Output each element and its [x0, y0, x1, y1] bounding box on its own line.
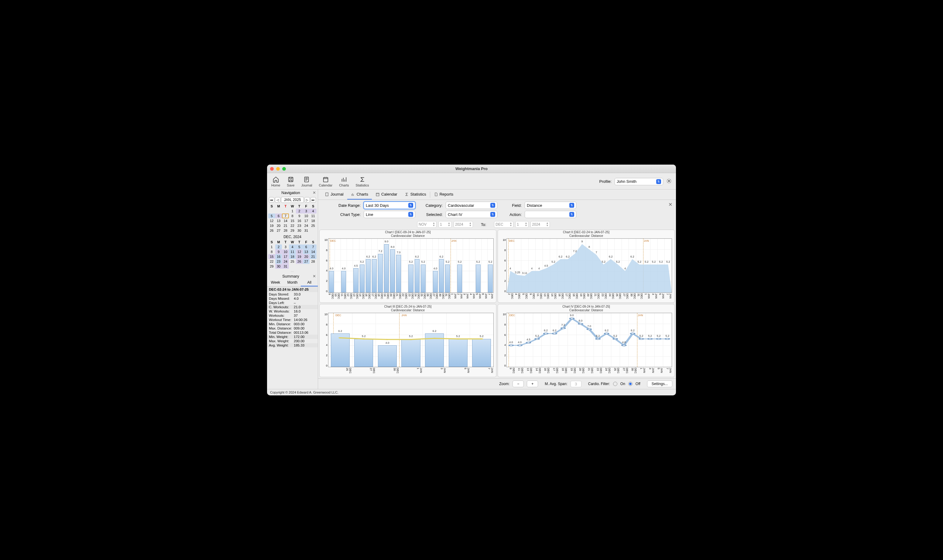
to-month-stepper[interactable]: DEC▲▼	[494, 221, 513, 228]
calendar-day[interactable]: 10	[303, 214, 310, 218]
calendar-day[interactable]: 3	[303, 209, 310, 214]
calendar-day[interactable]: 18	[289, 254, 296, 259]
calendar-day[interactable]: 23	[275, 259, 282, 264]
calendar-day[interactable]: 17	[303, 218, 310, 223]
zoom-in-button[interactable]: +	[527, 380, 538, 387]
date-range-select[interactable]: Last 30 Days⇅	[364, 202, 415, 209]
calendar-day[interactable]: 25	[289, 259, 296, 264]
close-navigation[interactable]: ✕	[313, 191, 316, 195]
calendar-day[interactable]: 24	[282, 259, 289, 264]
nav-next[interactable]: ▷	[304, 197, 310, 203]
calendar-day[interactable]: 21	[282, 223, 289, 228]
calendar-day[interactable]: 15	[289, 218, 296, 223]
to-year-stepper[interactable]: 2024▲▼	[530, 221, 550, 228]
calendar-day[interactable]: 14	[310, 249, 317, 254]
from-year-stepper[interactable]: 2024▲▼	[454, 221, 473, 228]
summary-tab-month[interactable]: Month	[284, 279, 301, 286]
tab-reports[interactable]: Reports	[430, 189, 457, 200]
calendar-day[interactable]: 23	[296, 223, 303, 228]
calendar-day[interactable]: 16	[296, 218, 303, 223]
calendar-day[interactable]: 2	[275, 245, 282, 249]
close-summary[interactable]: ✕	[313, 274, 316, 278]
calendar-day[interactable]: 10	[282, 249, 289, 254]
calendar-day[interactable]: 8	[289, 214, 296, 218]
maximize-window[interactable]	[282, 167, 286, 171]
action-select[interactable]: ⇅	[525, 211, 576, 218]
calendar-day[interactable]: 4	[289, 245, 296, 249]
calendar-day[interactable]: 25	[310, 223, 317, 228]
tab-statistics[interactable]: Statistics	[401, 189, 430, 200]
calendar-day[interactable]: 13	[275, 218, 282, 223]
close-filters[interactable]: ✕	[668, 202, 672, 208]
category-select[interactable]: Cardiovascular⇅	[446, 202, 497, 209]
calendar-day[interactable]: 28	[310, 259, 317, 264]
to-day-stepper[interactable]: 1▲▼	[515, 221, 529, 228]
calendar-day[interactable]: 8	[268, 249, 275, 254]
calendar-day[interactable]: 4	[310, 209, 317, 214]
chart1[interactable]: Chart I [DEC-09-24 to JAN-07-25]Cardiova…	[319, 229, 496, 303]
selected-chart-select[interactable]: Chart IV⇅	[446, 211, 497, 218]
summary-tab-week[interactable]: Week	[267, 279, 284, 286]
calendar-day[interactable]: 29	[268, 264, 275, 269]
calendar-day[interactable]: 24	[303, 223, 310, 228]
statistics-button[interactable]: Statistics	[356, 176, 369, 187]
calendar-day[interactable]: 30	[275, 264, 282, 269]
summary-tab-all[interactable]: All	[301, 279, 318, 286]
calendar-day[interactable]: 27	[303, 259, 310, 264]
calendar-day[interactable]: 17	[282, 254, 289, 259]
calendar-day[interactable]: 30	[296, 228, 303, 233]
calendar-day[interactable]: 21	[310, 254, 317, 259]
journal-button[interactable]: Journal	[301, 176, 312, 187]
chart2[interactable]: Chart II [DEC-02-24 to JAN-07-25]Cardiov…	[498, 229, 675, 303]
calendar-day[interactable]: 19	[296, 254, 303, 259]
calendar-day[interactable]: 16	[275, 254, 282, 259]
tab-journal[interactable]: Journal	[321, 189, 347, 200]
calendar-day[interactable]: 22	[289, 223, 296, 228]
calendar-day[interactable]: 26	[268, 228, 275, 233]
save-button[interactable]: Save	[287, 176, 294, 187]
calendar-button[interactable]: Calendar	[319, 176, 333, 187]
calendar-day[interactable]: 20	[275, 223, 282, 228]
calendar-day[interactable]: 11	[289, 249, 296, 254]
calendar-day[interactable]: 5	[296, 245, 303, 249]
nav-month[interactable]: JAN, 2025	[281, 197, 304, 203]
calendar-day[interactable]: 28	[282, 228, 289, 233]
settings-gear-button[interactable]	[666, 178, 672, 185]
calendar-day[interactable]: 12	[268, 218, 275, 223]
calendar-day[interactable]: 26	[296, 259, 303, 264]
chart4[interactable]: Chart IV [DEC-09-24 to JAN-07-25]Cardiov…	[498, 304, 675, 377]
calendar-day[interactable]: 18	[310, 218, 317, 223]
cardio-filter-off-radio[interactable]	[628, 382, 633, 386]
nav-prev[interactable]: ◁	[275, 197, 280, 203]
calendar-day[interactable]: 19	[268, 223, 275, 228]
field-select[interactable]: Distance⇅	[525, 202, 576, 209]
calendar-day[interactable]: 1	[289, 209, 296, 214]
calendar-day[interactable]: 9	[275, 249, 282, 254]
mavg-span-input[interactable]	[570, 381, 581, 387]
cardio-filter-on-radio[interactable]	[613, 382, 617, 386]
minimize-window[interactable]	[276, 167, 280, 171]
chart-settings-button[interactable]: Settings...	[647, 380, 672, 387]
calendar-day[interactable]: 15	[268, 254, 275, 259]
from-month-stepper[interactable]: NOV▲▼	[417, 221, 436, 228]
nav-last[interactable]: ⏭	[310, 197, 316, 203]
chart-type-select[interactable]: Line⇅	[364, 211, 415, 218]
from-day-stepper[interactable]: 1▲▼	[438, 221, 452, 228]
calendar-day[interactable]: 22	[268, 259, 275, 264]
calendar-day[interactable]: 31	[282, 264, 289, 269]
calendar-day[interactable]: 7	[282, 214, 289, 218]
calendar-day[interactable]: 9	[296, 214, 303, 218]
calendar-day[interactable]: 1	[268, 245, 275, 249]
close-window[interactable]	[270, 167, 274, 171]
nav-first[interactable]: ⏮	[269, 197, 274, 203]
calendar-day[interactable]: 20	[303, 254, 310, 259]
calendar-day[interactable]: 12	[296, 249, 303, 254]
calendar-day[interactable]: 3	[282, 245, 289, 249]
tab-charts[interactable]: Charts	[347, 189, 372, 200]
charts-button[interactable]: Charts	[339, 176, 349, 187]
calendar-day[interactable]: 6	[303, 245, 310, 249]
calendar-day[interactable]: 29	[289, 228, 296, 233]
home-button[interactable]: Home	[271, 176, 280, 187]
calendar-day[interactable]: 14	[282, 218, 289, 223]
calendar-day[interactable]: 5	[268, 214, 275, 218]
